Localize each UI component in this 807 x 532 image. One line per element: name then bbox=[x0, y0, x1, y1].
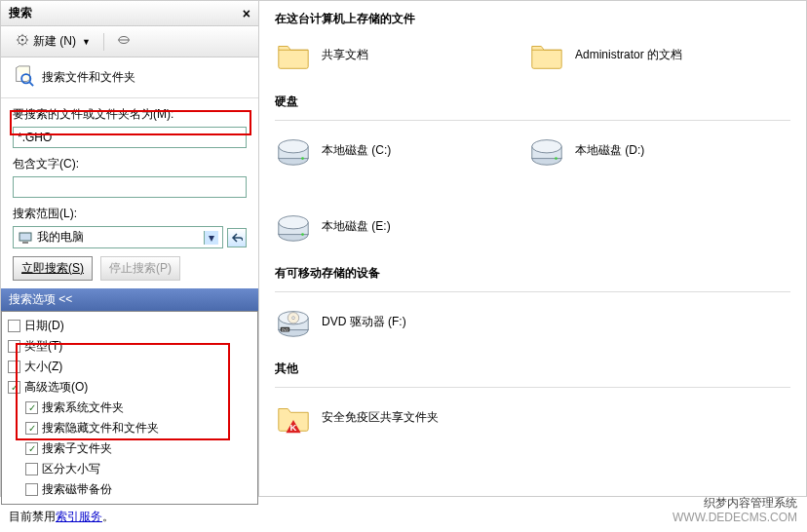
option-label: 搜索磁带备份 bbox=[42, 481, 112, 498]
scope-value: 我的电脑 bbox=[37, 229, 84, 246]
option-row[interactable]: 类型(T) bbox=[8, 336, 251, 357]
folder-icon bbox=[275, 37, 312, 74]
checkbox-icon[interactable] bbox=[8, 340, 20, 353]
svg-point-15 bbox=[532, 140, 561, 153]
option-label: 大小(Z) bbox=[24, 359, 62, 375]
item-label: 本地磁盘 (D:) bbox=[575, 143, 644, 159]
divider bbox=[275, 120, 790, 121]
svg-point-11 bbox=[279, 140, 308, 153]
folder-icon bbox=[528, 37, 565, 74]
search-header-label: 搜索文件和文件夹 bbox=[42, 69, 135, 86]
svg-point-12 bbox=[301, 157, 304, 160]
scope-label: 搜索范围(L): bbox=[13, 206, 247, 222]
index-suffix: 。 bbox=[102, 510, 114, 523]
security-folder-icon: K bbox=[275, 399, 312, 437]
page-button[interactable] bbox=[110, 30, 137, 53]
page-icon bbox=[117, 33, 131, 50]
option-row[interactable]: 搜索系统文件夹 bbox=[8, 398, 251, 418]
explorer-item[interactable]: 共享文档 bbox=[275, 37, 470, 74]
option-row[interactable]: 搜索子文件夹 bbox=[8, 438, 251, 459]
chevron-down-icon: ▼ bbox=[82, 37, 91, 47]
options-header[interactable]: 搜索选项 << bbox=[1, 288, 258, 311]
option-label: 搜索子文件夹 bbox=[42, 440, 112, 457]
watermark-line2: WWW.DEDECMS.COM bbox=[672, 511, 797, 526]
explorer-item[interactable]: 本地磁盘 (D:) bbox=[528, 133, 723, 170]
section-stored-files: 在这台计算机上存储的文件 bbox=[275, 11, 790, 27]
toolbar-divider bbox=[103, 33, 104, 51]
option-row[interactable]: 区分大小写 bbox=[8, 459, 251, 479]
search-icon bbox=[13, 65, 34, 90]
new-button[interactable]: 新建 (N) ▼ bbox=[9, 30, 97, 53]
item-label: 安全免疫区共享文件夹 bbox=[322, 410, 439, 426]
watermark: 织梦内容管理系统 WWW.DEDECMS.COM bbox=[672, 496, 797, 526]
svg-point-20 bbox=[301, 233, 304, 236]
svg-line-6 bbox=[29, 82, 33, 86]
svg-point-25 bbox=[292, 317, 295, 320]
checkbox-icon[interactable] bbox=[25, 483, 38, 496]
item-label: DVD 驱动器 (F:) bbox=[322, 315, 406, 330]
checkbox-icon[interactable] bbox=[8, 381, 20, 394]
new-label: 新建 (N) bbox=[33, 33, 76, 50]
option-row[interactable]: 搜索磁带备份 bbox=[8, 479, 251, 500]
checkbox-icon[interactable] bbox=[8, 361, 20, 373]
explorer-item[interactable]: 本地磁盘 (E:) bbox=[275, 209, 470, 246]
drive-icon bbox=[275, 209, 312, 246]
svg-text:K: K bbox=[290, 422, 297, 433]
search-titlebar: 搜索 × bbox=[1, 1, 258, 26]
option-label: 搜索隐藏文件和文件夹 bbox=[42, 420, 159, 437]
section-drives: 硬盘 bbox=[275, 94, 790, 110]
contains-input[interactable] bbox=[13, 176, 247, 198]
computer-icon bbox=[18, 230, 33, 246]
search-now-button[interactable]: 立即搜索(S) bbox=[13, 256, 93, 281]
back-button[interactable] bbox=[227, 228, 247, 247]
panel-title: 搜索 bbox=[9, 5, 243, 21]
search-header-row: 搜索文件和文件夹 bbox=[1, 57, 258, 98]
divider bbox=[275, 387, 790, 388]
item-label: 本地磁盘 (C:) bbox=[322, 143, 391, 159]
toolbar: 新建 (N) ▼ bbox=[1, 26, 258, 57]
svg-point-1 bbox=[21, 39, 24, 42]
gear-icon bbox=[16, 33, 29, 50]
explorer-item[interactable]: DVDDVD 驱动器 (F:) bbox=[275, 304, 470, 341]
options-list: 日期(D)类型(T)大小(Z)高级选项(O)搜索系统文件夹搜索隐藏文件和文件夹搜… bbox=[1, 311, 258, 505]
option-row[interactable]: 日期(D) bbox=[8, 316, 251, 336]
explorer-content: 在这台计算机上存储的文件 共享文档Administrator 的文档 硬盘 本地… bbox=[259, 1, 806, 496]
stop-search-button: 停止搜索(P) bbox=[100, 256, 180, 281]
chevron-down-icon: ▾ bbox=[204, 231, 218, 245]
checkbox-icon[interactable] bbox=[8, 320, 20, 332]
index-service-row: 目前禁用索引服务。 bbox=[1, 505, 258, 529]
index-prefix: 目前禁用 bbox=[9, 510, 56, 523]
filename-input[interactable] bbox=[13, 127, 247, 148]
search-form: 要搜索的文件或文件夹名为(M): 包含文字(C): 搜索范围(L): 我的电脑 … bbox=[1, 98, 258, 288]
svg-text:DVD: DVD bbox=[282, 328, 289, 332]
item-label: Administrator 的文档 bbox=[575, 48, 682, 63]
svg-point-19 bbox=[279, 216, 308, 229]
drive-icon bbox=[528, 133, 565, 170]
scope-select[interactable]: 我的电脑 ▾ bbox=[13, 226, 223, 248]
item-label: 本地磁盘 (E:) bbox=[322, 219, 391, 235]
index-service-link[interactable]: 索引服务 bbox=[56, 510, 102, 523]
checkbox-icon[interactable] bbox=[25, 401, 38, 414]
checkbox-icon[interactable] bbox=[25, 422, 38, 435]
option-row[interactable]: 搜索隐藏文件和文件夹 bbox=[8, 418, 251, 438]
option-row[interactable]: 大小(Z) bbox=[8, 357, 251, 377]
section-other: 其他 bbox=[275, 361, 790, 377]
option-row[interactable]: 高级选项(O) bbox=[8, 377, 251, 398]
dvd-drive-icon: DVD bbox=[275, 304, 312, 341]
option-label: 区分大小写 bbox=[42, 461, 100, 477]
filename-label: 要搜索的文件或文件夹名为(M): bbox=[13, 106, 247, 123]
explorer-item[interactable]: Administrator 的文档 bbox=[528, 37, 723, 74]
option-label: 高级选项(O) bbox=[24, 379, 88, 396]
option-label: 类型(T) bbox=[24, 338, 62, 355]
checkbox-icon[interactable] bbox=[25, 442, 38, 455]
svg-rect-8 bbox=[22, 242, 28, 244]
option-label: 日期(D) bbox=[24, 318, 64, 334]
explorer-item[interactable]: K安全免疫区共享文件夹 bbox=[275, 399, 470, 437]
drive-icon bbox=[275, 133, 312, 170]
watermark-line1: 织梦内容管理系统 bbox=[672, 496, 797, 512]
divider bbox=[275, 291, 790, 292]
close-icon[interactable]: × bbox=[243, 6, 250, 21]
contains-label: 包含文字(C): bbox=[13, 156, 247, 172]
checkbox-icon[interactable] bbox=[25, 463, 38, 475]
explorer-item[interactable]: 本地磁盘 (C:) bbox=[275, 133, 470, 170]
